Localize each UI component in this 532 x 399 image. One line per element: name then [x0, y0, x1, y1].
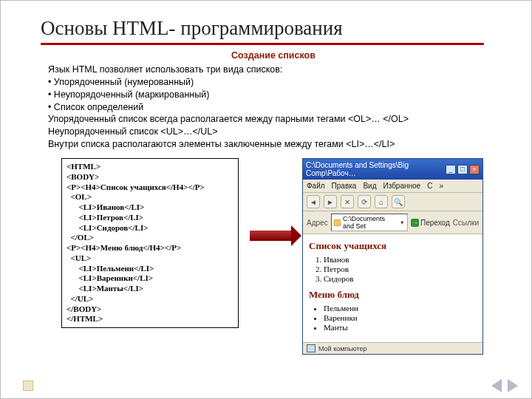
address-value: C:\Documents and Set — [343, 215, 397, 230]
list-item: Сидоров — [324, 274, 477, 283]
list-item: Петров — [324, 265, 477, 273]
window-title: C:\Documents and Settings\Big Comp\Рабоч… — [306, 161, 446, 177]
list-item: Манты — [324, 323, 477, 332]
list-item: Иванов — [324, 255, 477, 264]
close-button[interactable]: × — [469, 165, 480, 174]
menu-view[interactable]: Вид — [363, 182, 376, 190]
arrow-head-icon — [291, 225, 301, 246]
description-block: Создание списков Язык HTML позволяет исп… — [48, 50, 499, 151]
home-button[interactable]: ⌂ — [375, 195, 388, 208]
slide-corner-icon — [23, 381, 33, 391]
section-subhead: Создание списков — [48, 50, 499, 62]
page-title: Основы HTML- программирования — [41, 17, 531, 40]
next-slide-button[interactable] — [508, 379, 518, 392]
go-button[interactable]: →Переход — [411, 219, 450, 227]
toolbar: ◄ ► ✕ ⟳ ⌂ 🔍 — [303, 193, 482, 211]
folder-icon — [334, 219, 341, 226]
address-bar: Адрес C:\Documents and Set ▾ →Переход Сс… — [303, 211, 482, 234]
forward-button[interactable]: ► — [324, 195, 337, 208]
address-input[interactable]: C:\Documents and Set ▾ — [331, 214, 408, 231]
stop-button[interactable]: ✕ — [341, 195, 354, 208]
browser-window: C:\Documents and Settings\Big Comp\Рабоч… — [302, 158, 483, 355]
html-source-box: <HTML> <BODY> <P><H4>Список учащихся</H4… — [61, 158, 239, 328]
minimize-button[interactable]: _ — [446, 165, 456, 174]
address-dropdown-icon[interactable]: ▾ — [399, 219, 405, 226]
go-label: Переход — [420, 219, 450, 227]
rendered-ordered-list: Иванов Петров Сидоров — [324, 255, 477, 283]
text-bullet: • Неупорядоченный (маркированный) — [48, 89, 499, 101]
menu-tools[interactable]: С — [427, 182, 432, 190]
slide-nav — [491, 379, 518, 392]
title-underline — [41, 43, 484, 45]
menu-overflow[interactable]: » — [439, 182, 443, 190]
text-line: Язык HTML позволяет использовать три вид… — [48, 64, 499, 76]
back-button[interactable]: ◄ — [307, 195, 320, 208]
window-titlebar[interactable]: C:\Documents and Settings\Big Comp\Рабоч… — [303, 159, 482, 180]
text-line: Упорядоченный список всегда располагаетс… — [48, 113, 499, 126]
rendered-heading-2: Меню блюд — [309, 289, 477, 301]
arrow — [245, 158, 296, 313]
browser-content: Список учащихся Иванов Петров Сидоров Ме… — [303, 234, 482, 342]
prev-slide-button[interactable] — [491, 379, 502, 392]
status-text: Мой компьютер — [318, 345, 367, 352]
list-item: Вареники — [324, 313, 477, 322]
text-line: Внутри списка располагаются элементы зак… — [48, 138, 499, 151]
arrow-body — [250, 231, 291, 241]
rendered-heading-1: Список учащихся — [309, 240, 477, 252]
menubar: Файл Правка Вид Избранное С » — [303, 180, 482, 193]
text-bullet: • Список определений — [48, 101, 499, 114]
text-line: Неупорядоченный список <UL>…</UL> — [48, 126, 499, 138]
menu-file[interactable]: Файл — [307, 182, 325, 190]
refresh-button[interactable]: ⟳ — [358, 195, 371, 208]
columns: <HTML> <BODY> <P><H4>Список учащихся</H4… — [61, 158, 531, 355]
search-button[interactable]: 🔍 — [392, 195, 405, 208]
window-buttons: _ □ × — [446, 165, 480, 174]
address-label: Адрес — [307, 219, 328, 227]
go-icon: → — [411, 219, 419, 227]
text-bullet: • Упорядоченный (нумерованный) — [48, 76, 499, 89]
menu-edit[interactable]: Правка — [332, 182, 357, 190]
maximize-button[interactable]: □ — [457, 165, 468, 174]
rendered-unordered-list: Пельмени Вареники Манты — [324, 304, 477, 332]
links-label[interactable]: Ссылки — [453, 219, 479, 227]
computer-icon — [307, 344, 316, 352]
statusbar: Мой компьютер — [303, 342, 482, 354]
menu-favorites[interactable]: Избранное — [383, 182, 420, 190]
list-item: Пельмени — [324, 304, 477, 313]
